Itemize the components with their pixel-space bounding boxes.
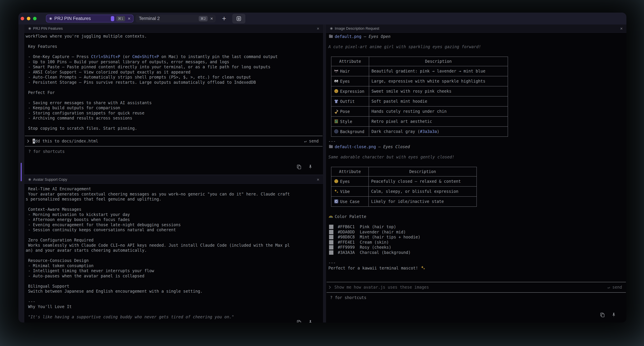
traffic-lights [21,17,36,20]
pin-icon[interactable] [308,319,313,322]
terminal-line [26,202,320,207]
terminal-output: workflows where you're juggling multiple… [24,33,323,131]
asterisk-icon [28,178,31,181]
pane-header: PRJ PIN Features × [24,25,323,33]
terminal-line: s personalized messages that feel genuin… [26,197,320,202]
sparkles-icon [334,189,339,194]
terminal-line [26,233,320,238]
terminal-line [26,95,320,100]
terminal-line [26,294,320,299]
table-header: Description [369,57,508,66]
table-row: VibeCalm, sleepy, or blissful expression [331,186,477,196]
scrollbar-thumb[interactable] [21,163,22,181]
copy-icon[interactable] [296,164,302,170]
new-moon-icon [334,129,339,134]
sparkles-icon [420,265,426,270]
table-row: HairBeautiful gradient: pink → lavender … [331,66,508,76]
terminal-line: - Saving error messages to share with AI… [26,100,320,106]
writing-hand-icon [334,109,339,114]
minimize-window-button[interactable] [27,17,30,20]
tab-bar: PRJ PIN Features ⌘1 × Terminal 2 ⌘2 × + [46,13,245,25]
attribute-table: AttributeDescriptionEyesPeacefully close… [331,167,477,207]
tab-prj-pin-features[interactable]: PRJ PIN Features ⌘1 × [46,15,134,23]
pane-close-icon[interactable]: × [317,26,319,31]
terminal-line [26,85,320,90]
smiling-face-icon [334,89,339,94]
pane-actions [24,319,323,322]
table-row: StyleRetro pixel art aesthetic [331,116,508,127]
terminal-line: - Session continuity keeps conversations… [26,227,320,233]
zoom-window-button[interactable] [33,17,36,20]
panel-layout-button[interactable] [232,14,245,24]
pane-actions [24,164,323,175]
input-value: Show me how avatar.js uses these images [334,285,429,290]
terminal-line: Works seamlessly with Claude Code CLI—no… [26,243,320,248]
color-swatch [329,235,334,239]
terminal-line: - Auto-pauses when the avatar panel is c… [26,273,320,279]
shortcuts-hint: ? for shortcuts [24,147,323,154]
pin-icon[interactable] [611,312,617,318]
panel-list-icon [236,16,242,22]
palette-row: #FF9999Rosy (cheeks) [328,245,623,250]
pane-header: Avatar Support Copy × [24,176,323,184]
terminal-line: - Minimal token consumption [26,263,320,268]
prompt-chevron-icon [328,285,332,289]
terminal-line: Why You'll Love It [26,304,320,309]
table-row: ExpressionSweet smile with rosy pink che… [331,86,508,96]
pane-avatar-support-copy: Avatar Support Copy × Real-Time AI Encou… [24,176,323,322]
prompt-chevron-icon [26,139,30,143]
new-tab-button[interactable]: + [222,15,226,22]
text-cursor: A [33,139,35,143]
terminal-line: Real-Time AI Encouragement [26,186,320,192]
terminal-line: Bilingual Support [26,284,320,289]
prompt-input[interactable]: Add this to docs/index.html ↵ send [24,136,323,146]
framed-picture-icon [328,144,334,149]
terminal-line [26,309,320,314]
terminal-line [26,121,320,126]
desktop-background: PRJ PIN Features ⌘1 × Terminal 2 ⌘2 × + [0,0,644,346]
bow-icon [334,69,339,74]
copy-icon[interactable] [600,312,605,318]
terminal-line: Perfect for a kawaii terminal mascot! [328,265,623,271]
pane-close-icon[interactable]: × [317,177,319,182]
window-titlebar: PRJ PIN Features ⌘1 × Terminal 2 ⌘2 × + [18,13,626,25]
terminal-line: default.png — Eyes Open [328,34,623,39]
terminal-line: --- [328,260,623,265]
tab-close-icon[interactable]: × [128,16,130,21]
pane-close-icon[interactable]: × [620,26,623,31]
prompt-input[interactable]: Show me how avatar.js uses these images … [326,282,626,292]
terminal-line: --- [26,299,320,304]
terminal-line [328,160,623,165]
terminal-line [26,278,320,284]
color-swatch [329,250,334,255]
panes-area: PRJ PIN Features × workflows where you'r… [18,25,626,322]
tab-shortcut-badge: ⌘2 [199,16,208,21]
tab-label: Terminal 2 [139,16,160,21]
table-row: BackgroundDark charcoal gray (#3a3a3a) [331,127,508,137]
pane-header: Image Description Request × [326,25,626,33]
asterisk-icon [49,17,52,20]
pane-title: PRJ PIN Features [33,26,63,31]
terminal-line: Resource-Conscious Design [26,258,320,263]
table-row: Use CaseLikely for idle/inactive state [331,196,477,207]
terminal-line: - Afternoon energy boosts when focus fad… [26,217,320,222]
terminal-line: Same adorable character but with eyes ge… [328,155,623,160]
relieved-face-icon [334,179,339,184]
close-window-button[interactable] [21,17,24,20]
pin-icon[interactable] [308,164,313,170]
table-header: Attribute [331,167,368,176]
table-header: Description [368,167,477,176]
terminal-line: default-close.png — Eyes Closed [328,144,623,150]
terminal-line [328,209,623,214]
terminal-line: workflows where you're juggling multiple… [26,34,320,39]
send-button[interactable]: ↵ send [608,285,622,290]
send-button[interactable]: ↵ send [304,139,319,143]
terminal-line: - Smart Paste — Paste pinned content dir… [26,65,320,70]
tab-label: PRJ PIN Features [54,16,91,21]
tab-close-icon[interactable]: × [210,16,213,21]
tab-accent-indicator [111,16,114,21]
tab-terminal-2[interactable]: Terminal 2 ⌘2 × [136,15,216,23]
copy-icon[interactable] [296,319,302,322]
eyes-icon [334,79,339,84]
terminal-line: - Morning motivation to kickstart your d… [26,212,320,217]
